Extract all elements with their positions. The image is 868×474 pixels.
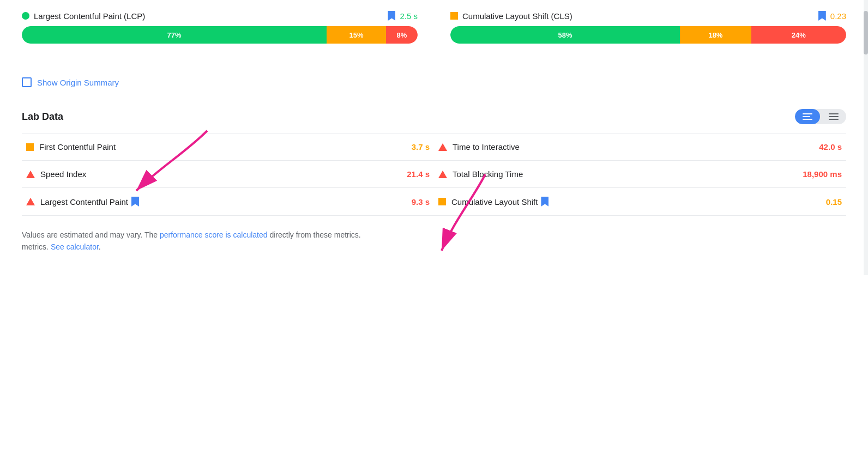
- scrollbar-track[interactable]: [864, 0, 868, 275]
- lcp-lab-cell: Largest Contentful Paint 9.3 s: [22, 188, 434, 215]
- lcp-lab-value: 9.3 s: [412, 197, 430, 206]
- fcp-icon: [26, 143, 34, 151]
- table-row: First Contentful Paint 3.7 s Time to Int…: [22, 133, 846, 160]
- tbt-cell: Total Blocking Time 18,900 ms: [434, 161, 846, 187]
- tbt-value: 18,900 ms: [803, 169, 842, 179]
- tti-cell: Time to Interactive 42.0 s: [434, 133, 846, 160]
- lcp-metric: Largest Contentful Paint (LCP) 2.5 s 77%…: [22, 11, 418, 44]
- list-view-button[interactable]: [795, 109, 820, 124]
- lcp-needs-improvement-segment: 15%: [327, 26, 386, 44]
- si-icon: [26, 171, 35, 178]
- fcp-value: 3.7 s: [412, 142, 430, 151]
- view-toggle[interactable]: [795, 109, 846, 124]
- grid-view-button[interactable]: [821, 109, 846, 124]
- lcp-lab-bookmark: [131, 197, 139, 206]
- footer-text-middle: directly from these metrics.: [268, 230, 361, 239]
- cls-poor-segment: 24%: [751, 26, 846, 44]
- lcp-lab-name: Largest Contentful Paint: [40, 197, 406, 206]
- cls-metric: Cumulative Layout Shift (CLS) 0.23 58% 1…: [450, 11, 846, 44]
- cls-lab-bookmark: [541, 197, 548, 206]
- lcp-poor-segment: 8%: [386, 26, 418, 44]
- tbt-name: Total Blocking Time: [453, 169, 797, 179]
- cls-needs-improvement-segment: 18%: [680, 26, 751, 44]
- si-value: 21.4 s: [407, 169, 430, 179]
- table-row: Speed Index 21.4 s Total Blocking Time 1…: [22, 160, 846, 187]
- fcp-cell: First Contentful Paint 3.7 s: [22, 133, 434, 160]
- cls-lab-cell: Cumulative Layout Shift 0.15: [434, 188, 846, 215]
- cls-lab-name: Cumulative Layout Shift: [451, 197, 821, 206]
- fcp-name: First Contentful Paint: [39, 142, 406, 151]
- si-cell: Speed Index 21.4 s: [22, 161, 434, 187]
- cls-status-square: [450, 12, 458, 20]
- origin-summary-label[interactable]: Show Origin Summary: [37, 78, 119, 87]
- lcp-status-dot: [22, 12, 29, 20]
- lcp-bookmark-icon: [388, 11, 395, 21]
- tti-value: 42.0 s: [819, 142, 842, 151]
- lcp-progress-bar: 77% 15% 8%: [22, 26, 418, 44]
- cls-value: 0.23: [830, 11, 846, 21]
- tti-name: Time to Interactive: [453, 142, 813, 151]
- lcp-lab-icon: [26, 198, 35, 205]
- lcp-good-segment: 77%: [22, 26, 327, 44]
- see-calculator-link[interactable]: See calculator: [51, 242, 99, 251]
- lab-data-title: Lab Data: [22, 111, 63, 123]
- grid-view-icon: [829, 113, 839, 120]
- origin-summary-row[interactable]: Show Origin Summary: [22, 72, 846, 93]
- footer-text-metrics: metrics.: [22, 242, 51, 251]
- cls-progress-bar: 58% 18% 24%: [450, 26, 846, 44]
- cls-lab-icon: [438, 198, 446, 205]
- table-row: Largest Contentful Paint 9.3 s Cumulativ…: [22, 187, 846, 216]
- cls-good-segment: 58%: [450, 26, 680, 44]
- cls-title: Cumulative Layout Shift (CLS): [462, 11, 814, 21]
- list-view-icon: [803, 113, 812, 120]
- tbt-icon: [438, 171, 447, 178]
- top-metrics-section: Largest Contentful Paint (LCP) 2.5 s 77%…: [22, 11, 846, 57]
- tti-icon: [438, 143, 447, 151]
- scrollbar-thumb[interactable]: [864, 11, 868, 54]
- cls-bookmark-icon: [818, 11, 826, 21]
- footer-period: .: [99, 242, 101, 251]
- footer-note: Values are estimated and may vary. The p…: [22, 229, 846, 253]
- performance-score-link[interactable]: performance score is calculated: [160, 230, 268, 239]
- cls-lab-value: 0.15: [826, 197, 842, 206]
- footer-text-before: Values are estimated and may vary. The: [22, 230, 160, 239]
- lcp-value: 2.5 s: [400, 11, 418, 21]
- lcp-title: Largest Contentful Paint (LCP): [34, 11, 383, 21]
- lab-data-table: First Contentful Paint 3.7 s Time to Int…: [22, 133, 846, 216]
- origin-summary-checkbox[interactable]: [22, 77, 32, 87]
- lab-data-header: Lab Data: [22, 109, 846, 124]
- annotation-area: Lab Data: [22, 109, 846, 216]
- si-name: Speed Index: [40, 169, 401, 179]
